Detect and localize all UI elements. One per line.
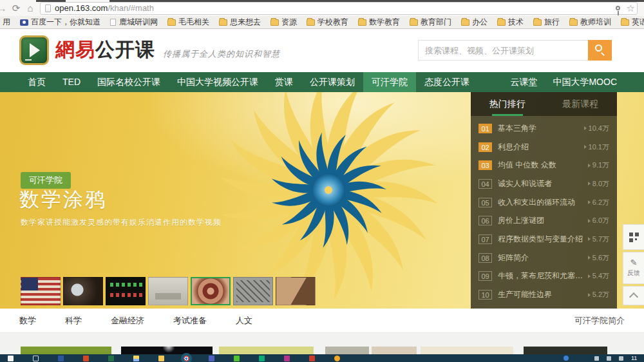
thumbnail-astronaut[interactable] <box>63 277 103 305</box>
file-explorer-icon[interactable] <box>133 356 139 361</box>
address-bar[interactable]: open.163.com/khan/#math ☆ <box>40 2 638 15</box>
rank-badge: 08 <box>478 253 492 263</box>
bookmark-folder[interactable]: 思来想去 <box>219 17 261 28</box>
nav-item[interactable]: TED <box>54 72 89 92</box>
thumbnail-street-scene[interactable] <box>148 277 188 305</box>
course-title: 房价上涨谜团 <box>498 215 584 226</box>
bookmark-folder[interactable]: 英语学习 <box>621 17 644 28</box>
start-icon[interactable] <box>8 356 14 361</box>
chevron-up-icon <box>629 292 638 301</box>
feedback-button[interactable]: ✎ 反馈 <box>623 252 644 284</box>
thumbnail-math-doodles[interactable] <box>233 277 273 305</box>
course-title: 收入和支出的循环流动 <box>498 197 584 208</box>
nav-item-external[interactable]: 云课堂 <box>502 72 545 92</box>
bookmark-icon <box>110 19 116 26</box>
app-icon-red[interactable] <box>309 356 315 361</box>
bookmark-baidu[interactable]: 百度一下，你就知道 <box>20 17 100 28</box>
teams-icon[interactable] <box>209 356 214 361</box>
view-count: 10.4万 <box>584 124 609 133</box>
play-count-icon <box>588 200 591 204</box>
tab-latest-courses[interactable]: 最新课程 <box>544 92 618 116</box>
thumbnail-spiral-fractal-selected[interactable] <box>191 277 231 305</box>
main-navigation: 首页TED国际名校公开课中国大学视频公开课赏课公开课策划可汗学院态度公开课 云课… <box>0 72 644 92</box>
khan-intro-link[interactable]: 可汗学院简介 <box>574 315 625 327</box>
site-header: 網易 公开课 传播属于全人类的知识和智慧 <box>0 29 644 72</box>
rank-badge: 07 <box>478 234 492 244</box>
wechat-icon[interactable] <box>234 356 240 361</box>
bookmark-folder[interactable]: 办公 <box>461 17 488 28</box>
ranking-item[interactable]: 09 牛顿，莱布尼茨和尤塞恩 ... 5.4万 <box>478 271 609 281</box>
ranking-item[interactable]: 08 矩阵简介 5.6万 <box>478 252 609 263</box>
task-view-icon[interactable] <box>33 356 39 361</box>
bookmark-folder[interactable]: 教师培训 <box>569 17 611 28</box>
view-count: 10.1万 <box>584 142 609 152</box>
ranking-item[interactable]: 04 诚实人和说谎者 8.0万 <box>478 178 609 189</box>
qr-code-button[interactable] <box>623 224 644 250</box>
tab-hot-ranking[interactable]: 热门排行 <box>471 92 544 116</box>
bookmark-icon <box>410 19 418 26</box>
word-icon[interactable] <box>58 356 64 361</box>
ranking-item[interactable]: 02 利息介绍 10.1万 <box>478 142 609 153</box>
view-count: 5.6万 <box>588 253 609 263</box>
browser-tab-edge <box>36 0 66 2</box>
network-globe-icon[interactable] <box>564 356 569 361</box>
ranking-item[interactable]: 05 收入和支出的循环流动 6.2万 <box>478 197 609 208</box>
nav-item-external[interactable]: 中国大学MOOC <box>545 72 625 92</box>
nav-item[interactable]: 态度公开课 <box>416 72 478 92</box>
bookmark-icon <box>569 19 578 26</box>
tray-icon[interactable] <box>619 356 623 361</box>
excel-icon[interactable] <box>108 356 114 361</box>
play-count-icon <box>588 293 591 297</box>
nav-item[interactable]: 赏课 <box>267 72 301 92</box>
bookmark-folder[interactable]: 技术 <box>497 17 524 28</box>
ranking-item[interactable]: 01 基本三角学 10.4万 <box>478 123 609 134</box>
forward-icon[interactable]: → <box>0 3 9 14</box>
reload-icon[interactable]: ⟳ <box>9 3 23 14</box>
banner-title: 数学涂鸦 <box>19 186 107 213</box>
site-logo[interactable]: 網易 公开课 传播属于全人类的知识和智慧 <box>19 35 280 65</box>
key-icon[interactable] <box>616 6 620 10</box>
category-tab[interactable]: 数学 <box>19 315 36 327</box>
rank-badge: 09 <box>478 271 492 281</box>
bookmark-star-icon[interactable]: ☆ <box>627 3 635 13</box>
ranking-item[interactable]: 07 程序数据类型与变量介绍 5.7万 <box>478 234 609 245</box>
bookmark-folder[interactable]: 学校教育 <box>307 17 348 28</box>
nav-item[interactable]: 国际名校公开课 <box>89 72 169 92</box>
apps-shortcut[interactable]: 用 <box>3 17 10 28</box>
search-button[interactable] <box>588 40 612 61</box>
back-to-top-button[interactable] <box>623 286 644 305</box>
bookmark-folder[interactable]: 资源 <box>270 17 297 28</box>
search-input[interactable] <box>418 40 588 61</box>
bookmark-folder[interactable]: 数学教育 <box>358 17 400 28</box>
app-icon-magenta[interactable] <box>284 356 290 361</box>
bookmark-folder[interactable]: 毛毛相关 <box>167 17 209 28</box>
bookmark-icon <box>270 19 279 26</box>
category-tab[interactable]: 科学 <box>65 315 82 327</box>
app-icon-green[interactable] <box>259 356 265 361</box>
thumbnail-hands-drawing[interactable] <box>276 277 316 305</box>
category-tab[interactable]: 人文 <box>236 315 252 327</box>
bookmark-page[interactable]: 鹿城研训网 <box>110 17 158 28</box>
nav-item[interactable]: 首页 <box>19 72 54 92</box>
bookmark-folder[interactable]: 教育部门 <box>410 17 451 28</box>
view-count: 8.0万 <box>588 179 609 189</box>
ranking-item[interactable]: 06 房价上涨谜团 6.0万 <box>478 215 609 226</box>
ie-icon[interactable] <box>334 356 340 361</box>
nav-item[interactable]: 可汗学院 <box>363 72 416 92</box>
category-tab[interactable]: 金融经济 <box>111 315 144 327</box>
powerpoint-icon[interactable] <box>83 356 89 361</box>
tray-icon[interactable] <box>594 356 599 361</box>
ranking-item[interactable]: 03 均值 中位数 众数 9.1万 <box>478 160 609 171</box>
home-icon[interactable]: ⌂ <box>23 3 37 14</box>
category-tab[interactable]: 考试准备 <box>173 315 207 327</box>
nav-item[interactable]: 公开课策划 <box>301 72 363 92</box>
tray-icon[interactable] <box>607 356 611 361</box>
thumbnail-flag-liberty[interactable] <box>21 277 61 305</box>
chrome-icon[interactable] <box>184 356 189 361</box>
folder-icon[interactable] <box>158 356 164 361</box>
nav-item[interactable]: 中国大学视频公开课 <box>169 72 267 92</box>
thumbnail-stock-board[interactable] <box>106 277 146 305</box>
system-tray: 11 <box>564 355 644 361</box>
ranking-item[interactable]: 10 生产可能性边界 5.2万 <box>478 289 609 300</box>
bookmark-folder[interactable]: 旅行 <box>533 17 560 28</box>
